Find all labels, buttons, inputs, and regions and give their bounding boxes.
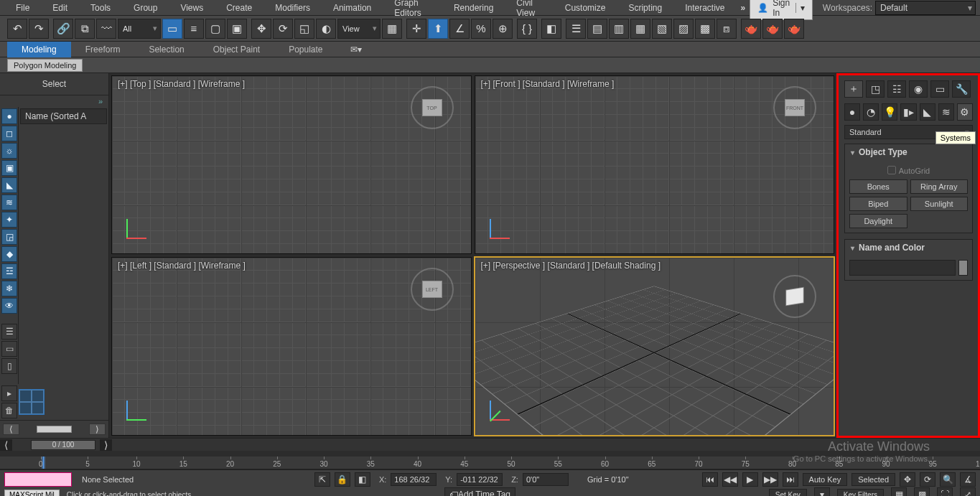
redo-button[interactable]: ↷ bbox=[29, 19, 49, 39]
material-editor-button[interactable]: ▨ bbox=[673, 19, 694, 39]
menu-scripting[interactable]: Scripting bbox=[617, 1, 673, 15]
menu-graph-editors[interactable]: Graph Editors bbox=[383, 0, 442, 20]
lock-icon[interactable]: 🔒 bbox=[335, 472, 350, 487]
menu-group[interactable]: Group bbox=[122, 1, 169, 15]
viewcube-left[interactable]: LEFT bbox=[411, 268, 454, 311]
nav-walk-icon[interactable]: ⤢ bbox=[960, 487, 976, 496]
filter-hidden-icon[interactable]: 👁 bbox=[1, 298, 17, 314]
pivot-button[interactable]: ▦ bbox=[382, 19, 402, 39]
select-by-name-button[interactable]: ≡ bbox=[184, 19, 204, 39]
filter-containers-icon[interactable]: ☲ bbox=[1, 263, 17, 279]
ribbon-tab-populate[interactable]: Populate bbox=[274, 42, 337, 57]
play-prev-button[interactable]: ◀◀ bbox=[722, 472, 738, 487]
scene-explorer-expander-icon[interactable]: » bbox=[0, 95, 108, 107]
curve-editor-button[interactable]: ▦ bbox=[630, 19, 650, 39]
cmd-tab-display[interactable]: ▭ bbox=[930, 80, 949, 98]
coord-z-value[interactable]: 0'0" bbox=[523, 473, 569, 486]
filter-geometry-icon[interactable]: ● bbox=[1, 108, 17, 124]
cat-cameras-icon[interactable]: ▮▸ bbox=[900, 103, 916, 121]
object-name-input[interactable] bbox=[849, 260, 956, 276]
filter-frozen-icon[interactable]: ❄ bbox=[1, 281, 17, 296]
cmd-tab-hierarchy[interactable]: ☷ bbox=[887, 80, 906, 98]
selection-filter-dropdown[interactable]: All bbox=[118, 19, 161, 39]
menu-rendering[interactable]: Rendering bbox=[442, 1, 505, 15]
rollout-object-type-header[interactable]: Object Type bbox=[845, 144, 972, 160]
ribbon-tab-freeform[interactable]: Freeform bbox=[71, 42, 135, 57]
selection-lock-icon[interactable]: ⇱ bbox=[314, 472, 330, 487]
nav-zoom-all-icon[interactable]: ▦ bbox=[891, 487, 907, 496]
angle-snap-button[interactable]: ∠ bbox=[449, 19, 470, 39]
explorer-scroll-left[interactable]: ⟨ bbox=[3, 424, 19, 435]
ribbon-tab-object-paint[interactable]: Object Paint bbox=[199, 42, 274, 57]
bind-spacewarp-button[interactable]: 〰 bbox=[96, 19, 116, 39]
viewport-left-label[interactable]: [+] [Left ] [Standard ] [Wireframe ] bbox=[118, 261, 246, 271]
filter-shapes-icon[interactable]: ◻ bbox=[1, 126, 17, 141]
placement-button[interactable]: ◐ bbox=[316, 19, 336, 39]
workspace-dropdown[interactable]: Default bbox=[875, 1, 976, 15]
spinner-snap-button[interactable]: ⊕ bbox=[493, 19, 513, 39]
ribbon-tab-selection[interactable]: Selection bbox=[134, 42, 198, 57]
viewport-perspective[interactable]: [+] [Perspective ] [Standard ] [Default … bbox=[475, 257, 835, 436]
ribbon-tab-modeling[interactable]: Modeling bbox=[7, 42, 71, 57]
autokey-button[interactable]: Auto Key bbox=[803, 473, 848, 486]
time-ruler[interactable]: 0510152025303540455055606570758085909510… bbox=[0, 457, 980, 469]
explorer-play-icon[interactable]: ▸ bbox=[1, 385, 17, 401]
keyfilters-button[interactable]: Key Filters bbox=[837, 489, 884, 497]
unlink-button[interactable]: ⧉ bbox=[75, 19, 95, 39]
move-button[interactable]: ✥ bbox=[251, 19, 271, 39]
time-slider[interactable]: 0 / 100 bbox=[31, 440, 95, 450]
viewport-perspective-label[interactable]: [+] [Perspective ] [Standard ] [Default … bbox=[481, 261, 661, 271]
menu-interactive[interactable]: Interactive bbox=[673, 1, 736, 15]
viewport-left[interactable]: [+] [Left ] [Standard ] [Wireframe ] LEF… bbox=[111, 257, 472, 436]
key-mode-dropdown[interactable]: Selected bbox=[851, 473, 895, 486]
filter-lights-icon[interactable]: ☼ bbox=[1, 143, 17, 159]
key-filter-icon[interactable]: ▾ bbox=[814, 487, 830, 496]
menu-animation[interactable]: Animation bbox=[322, 1, 383, 15]
viewcube-perspective[interactable] bbox=[773, 275, 816, 318]
nav-orbit-icon[interactable]: ⟳ bbox=[920, 472, 935, 487]
viewcube-top[interactable]: TOP bbox=[411, 86, 454, 129]
timeslider-step-back[interactable]: ⟨ bbox=[0, 439, 12, 451]
rotate-button[interactable]: ⟳ bbox=[273, 19, 293, 39]
window-crossing-button[interactable]: ▣ bbox=[227, 19, 247, 39]
menu-civil-view[interactable]: Civil View bbox=[505, 0, 553, 20]
rectangular-region-button[interactable]: ▢ bbox=[205, 19, 225, 39]
scene-explorer-column-header[interactable]: Name (Sorted A bbox=[20, 108, 107, 124]
explorer-scroll-right[interactable]: ⟩ bbox=[89, 424, 106, 435]
rollout-name-and-color-header[interactable]: Name and Color bbox=[845, 240, 972, 256]
ribbon-panel-polygon-modeling[interactable]: Polygon Modeling bbox=[7, 59, 83, 72]
ribbon-extra-icon[interactable]: ✉▾ bbox=[337, 45, 362, 55]
render-active-button[interactable]: 🫖 bbox=[784, 19, 804, 39]
play-start-button[interactable]: ⏮ bbox=[702, 472, 718, 487]
toggle-ribbon-button[interactable]: ▥ bbox=[609, 19, 629, 39]
undo-button[interactable]: ↶ bbox=[7, 19, 27, 39]
explorer-scrollbar[interactable] bbox=[37, 426, 72, 433]
viewport-front-label[interactable]: [+] [Front ] [Standard ] [Wireframe ] bbox=[481, 79, 615, 89]
filter-groups-icon[interactable]: ✦ bbox=[1, 212, 17, 228]
coord-y-value[interactable]: -011 22/32 bbox=[457, 473, 503, 486]
cat-shapes-icon[interactable]: ◔ bbox=[863, 103, 879, 121]
select-object-button[interactable]: ▭ bbox=[162, 19, 182, 39]
coord-x-value[interactable]: 168 26/32 bbox=[391, 473, 437, 486]
object-color-swatch[interactable] bbox=[958, 260, 968, 276]
signin-button[interactable]: 👤 Sign In ▾ bbox=[750, 0, 813, 20]
filter-xrefs-icon[interactable]: ◲ bbox=[1, 229, 17, 245]
mini-curve-row[interactable] bbox=[0, 451, 980, 457]
object-type-daylight[interactable]: Daylight bbox=[849, 214, 907, 228]
viewport-top-label[interactable]: [+] [Top ] [Standard ] [Wireframe ] bbox=[118, 79, 245, 89]
add-time-tag[interactable]: 🏷 Add Time Tag bbox=[444, 487, 515, 496]
schematic-view-button[interactable]: ▧ bbox=[652, 19, 672, 39]
cat-systems-icon[interactable]: ⚙ bbox=[957, 103, 973, 121]
filter-helpers-icon[interactable]: ◣ bbox=[1, 177, 17, 193]
render-prod-button[interactable]: 🫖 bbox=[741, 19, 761, 39]
timeslider-step-fwd[interactable]: ⟩ bbox=[100, 439, 112, 451]
mirror-button[interactable]: ◧ bbox=[541, 19, 561, 39]
viewport-front[interactable]: [+] [Front ] [Standard ] [Wireframe ] FR… bbox=[475, 75, 835, 254]
layer-explorer-button[interactable]: ▤ bbox=[587, 19, 607, 39]
object-type-biped[interactable]: Biped bbox=[849, 197, 907, 211]
time-cursor[interactable] bbox=[43, 457, 44, 469]
play-next-button[interactable]: ▶▶ bbox=[762, 472, 778, 487]
ref-coord-dropdown[interactable]: View bbox=[337, 19, 381, 39]
render-iter-button[interactable]: 🫖 bbox=[762, 19, 783, 39]
menu-tools[interactable]: Tools bbox=[79, 1, 122, 15]
